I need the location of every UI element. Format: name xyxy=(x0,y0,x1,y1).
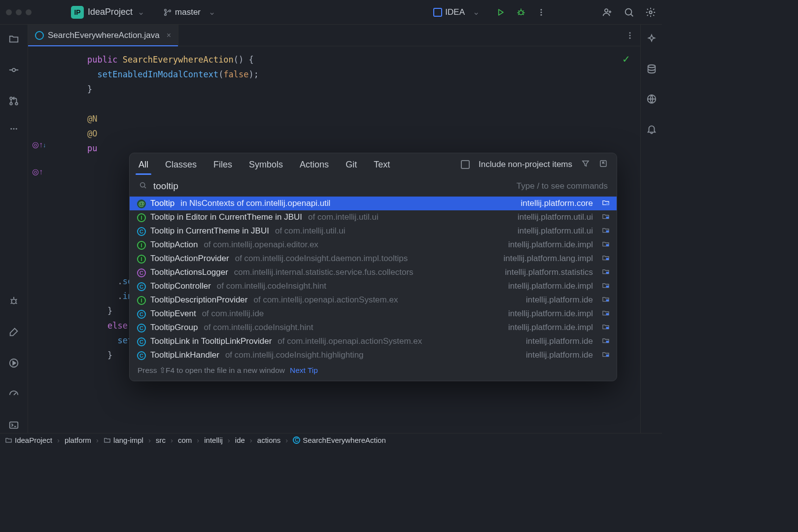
zoom-window-icon[interactable] xyxy=(26,9,32,15)
close-window-icon[interactable] xyxy=(6,9,12,15)
override-gutter-icon[interactable]: ◎↑↓ xyxy=(32,140,46,149)
code-with-me-icon[interactable] xyxy=(602,7,613,18)
profiler-tool-icon[interactable] xyxy=(8,389,19,402)
editor-tab[interactable]: SearchEverywhereAction.java × xyxy=(28,25,178,46)
gear-icon[interactable] xyxy=(645,7,656,18)
run-icon[interactable] xyxy=(495,7,505,17)
terminal-tool-icon[interactable] xyxy=(8,420,19,433)
include-nonproject-checkbox[interactable] xyxy=(461,160,470,169)
result-name: TooltipController xyxy=(150,281,211,291)
result-name: TooltipAction xyxy=(150,240,198,250)
chevron-down-icon: ⌄ xyxy=(473,7,480,17)
svg-point-15 xyxy=(13,128,15,130)
svg-rect-29 xyxy=(606,258,609,260)
type-icon: C xyxy=(137,281,146,291)
svg-rect-26 xyxy=(606,216,609,218)
se-tab-classes[interactable]: Classes xyxy=(165,155,197,174)
se-tab-actions[interactable]: Actions xyxy=(300,155,329,174)
se-result-item[interactable]: @ Tooltip in NlsContexts of com.intellij… xyxy=(130,197,617,210)
open-in-window-icon[interactable] xyxy=(599,159,608,170)
type-icon: C xyxy=(137,226,146,236)
structure-tool-icon[interactable] xyxy=(8,127,19,138)
se-result-item[interactable]: C Tooltip in CurrentTheme in JBUI of com… xyxy=(130,224,617,238)
se-result-item[interactable]: C TooltipEvent of com.intellij.ide intel… xyxy=(130,307,617,321)
breadcrumb-item[interactable]: CSearchEverywhereAction xyxy=(293,436,385,444)
breadcrumb-item[interactable]: src xyxy=(156,436,166,444)
pull-requests-icon[interactable] xyxy=(8,96,19,109)
result-name: TooltipActionProvider xyxy=(150,254,229,264)
breadcrumb-item[interactable]: com xyxy=(178,436,192,444)
project-name[interactable]: IdeaProject xyxy=(88,7,133,17)
se-result-item[interactable]: C TooltipLinkHandler of com.intellij.cod… xyxy=(130,348,617,362)
se-result-item[interactable]: I TooltipAction of com.intellij.openapi.… xyxy=(130,238,617,252)
result-name: TooltipDescriptionProvider xyxy=(150,295,247,305)
se-result-item[interactable]: I TooltipActionProvider of com.intellij.… xyxy=(130,252,617,266)
project-badge[interactable]: IP xyxy=(71,6,84,19)
se-tab-symbols[interactable]: Symbols xyxy=(249,155,283,174)
run-tool-icon[interactable] xyxy=(8,358,19,371)
result-package: com.intellij.internal.statistic.service.… xyxy=(234,267,414,277)
se-tab-text[interactable]: Text xyxy=(374,155,390,174)
se-result-item[interactable]: C TooltipGroup of com.intellij.codeInsig… xyxy=(130,321,617,334)
type-icon: I xyxy=(137,295,146,305)
result-package: of com.intellij.openapi.editor.ex xyxy=(204,240,318,250)
type-icon: I xyxy=(137,240,146,250)
run-config-name: IDEA xyxy=(445,7,465,17)
se-tip: Press ⇧F4 to open the file in a new wind… xyxy=(130,362,617,381)
run-config-selector[interactable]: IDEA ⌄ xyxy=(433,7,485,17)
breadcrumb-item[interactable]: IdeaProject xyxy=(5,436,52,444)
close-icon[interactable]: × xyxy=(167,31,171,40)
breadcrumb-item[interactable]: platform xyxy=(65,436,91,444)
se-search-row: Type / to see commands xyxy=(130,176,617,197)
result-package: of com.intellij.codeInsight.hint xyxy=(217,281,326,291)
more-icon[interactable] xyxy=(625,31,634,40)
window-controls[interactable] xyxy=(6,9,32,15)
result-location: intellij.platform.ide xyxy=(526,336,593,346)
include-nonproject-label[interactable]: Include non-project items xyxy=(479,160,572,169)
svg-rect-36 xyxy=(606,354,609,356)
result-name: Tooltip in CurrentTheme in JBUI xyxy=(150,226,269,236)
se-result-item[interactable]: I Tooltip in Editor in CurrentTheme in J… xyxy=(130,210,617,224)
project-tool-icon[interactable] xyxy=(8,33,19,47)
build-tool-icon[interactable] xyxy=(8,327,19,340)
debug-icon[interactable] xyxy=(516,7,526,17)
vcs-branch[interactable]: master ⌄ xyxy=(163,7,220,17)
open-icon xyxy=(602,226,610,236)
result-package: of com.intellij.openapi.actionSystem.ex xyxy=(278,336,422,346)
chevron-down-icon[interactable]: ⌄ xyxy=(138,7,144,17)
filter-icon[interactable] xyxy=(581,159,590,170)
se-next-tip-link[interactable]: Next Tip xyxy=(290,366,318,375)
svg-point-17 xyxy=(11,299,16,303)
svg-rect-30 xyxy=(606,271,609,273)
breadcrumb-item[interactable]: ide xyxy=(235,436,245,444)
se-tab-files[interactable]: Files xyxy=(213,155,232,174)
se-tab-all[interactable]: All xyxy=(139,155,148,174)
database-tool-icon[interactable] xyxy=(646,64,657,77)
svg-rect-32 xyxy=(606,299,609,301)
svg-rect-25 xyxy=(606,202,609,204)
debug-tool-icon[interactable] xyxy=(8,296,19,309)
type-icon: I xyxy=(137,254,146,264)
override-gutter-icon[interactable]: ◎↑ xyxy=(32,167,46,176)
se-result-item[interactable]: C TooltipController of com.intellij.code… xyxy=(130,279,617,293)
se-tab-git[interactable]: Git xyxy=(346,155,357,174)
more-icon[interactable] xyxy=(537,8,546,17)
se-result-item[interactable]: I TooltipDescriptionProvider of com.inte… xyxy=(130,293,617,307)
result-location: intellij.platform.util.ui xyxy=(518,226,593,236)
result-package: of com.intellij.codeInsight.hint xyxy=(204,323,313,332)
breadcrumb-item[interactable]: lang-impl xyxy=(104,436,143,444)
se-search-input[interactable] xyxy=(153,181,511,192)
search-icon[interactable] xyxy=(624,7,634,18)
minimize-window-icon[interactable] xyxy=(16,9,22,15)
notifications-icon[interactable] xyxy=(646,124,657,137)
web-tool-icon[interactable] xyxy=(646,94,657,107)
breadcrumb-item[interactable]: intellij xyxy=(204,436,223,444)
code-editor[interactable]: ✓ ◎↑↓ ◎↑ public SearchEverywhereAction()… xyxy=(28,46,640,433)
se-result-item[interactable]: C TooltipLink in TooltipLinkProvider of … xyxy=(130,334,617,348)
ai-assistant-icon[interactable] xyxy=(646,33,657,47)
result-package: of com.intellij.util.ui xyxy=(308,212,379,222)
commit-tool-icon[interactable] xyxy=(8,65,19,78)
se-result-item[interactable]: C TooltipActionsLogger com.intellij.inte… xyxy=(130,266,617,279)
breadcrumb-item[interactable]: actions xyxy=(257,436,281,444)
result-location: intellij.platform.ide.impl xyxy=(508,309,593,319)
